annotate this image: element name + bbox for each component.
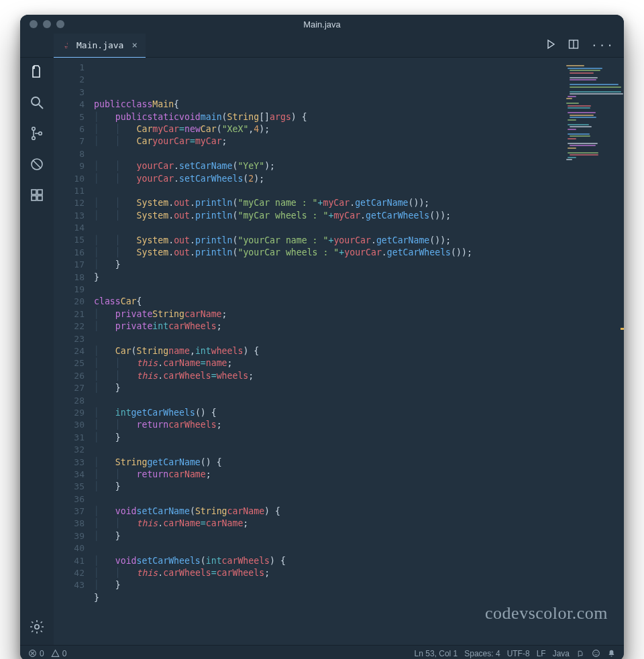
line-number: 24 (54, 345, 85, 357)
editor-actions: ··· (545, 39, 624, 52)
debug-icon[interactable] (28, 156, 46, 173)
svg-rect-10 (38, 196, 42, 200)
extensions-icon[interactable] (28, 186, 46, 204)
line-number: 2 (54, 74, 85, 86)
code-line[interactable]: public class Main { (94, 99, 624, 111)
line-number: 13 (54, 210, 85, 222)
more-actions-icon[interactable]: ··· (591, 39, 614, 52)
code-line[interactable]: │ } (94, 579, 624, 591)
search-icon[interactable] (28, 94, 46, 111)
main-area: 1234567891011121314151617181920212223242… (20, 58, 624, 645)
line-number: 26 (54, 370, 85, 382)
code-line[interactable]: │ │ return carName; (94, 469, 624, 481)
code-line[interactable]: │ │ this.carWheels = carWheels; (94, 567, 624, 579)
code-line[interactable]: │ } (94, 382, 624, 394)
code-line[interactable]: class Car { (94, 296, 624, 308)
status-eol[interactable]: LF (537, 649, 546, 658)
code-line[interactable]: } (94, 272, 624, 284)
line-number: 9 (54, 160, 85, 172)
line-number: 27 (54, 382, 85, 394)
svg-rect-11 (38, 190, 42, 194)
status-spaces[interactable]: Spaces: 4 (464, 649, 500, 658)
code-line[interactable]: │ │ System.out.println("yourCar wheels :… (94, 247, 624, 259)
status-warnings-count: 0 (62, 649, 67, 658)
code-line[interactable]: │ │ System.out.println("myCar wheels : "… (94, 210, 624, 222)
line-number: 30 (54, 419, 85, 431)
code-line[interactable] (94, 86, 624, 99)
status-feedback-icon[interactable] (576, 649, 585, 658)
svg-line-3 (39, 105, 43, 109)
code-line[interactable]: │ } (94, 481, 624, 493)
code-line[interactable]: } (94, 592, 624, 604)
code-line[interactable]: │ void setCarWheels(int carWheels) { (94, 555, 624, 567)
code-line[interactable]: │ } (94, 530, 624, 542)
code-line[interactable] (94, 542, 624, 554)
code-line[interactable] (94, 444, 624, 456)
line-number: 8 (54, 148, 85, 160)
code-line[interactable] (94, 493, 624, 505)
explorer-icon[interactable] (28, 63, 46, 80)
line-number: 43 (54, 579, 85, 591)
code-line[interactable]: │ String getCarName() { (94, 457, 624, 469)
split-editor-icon[interactable] (568, 39, 579, 52)
code-line[interactable]: │ private String carName; (94, 308, 624, 320)
status-cursor[interactable]: Ln 53, Col 1 (415, 649, 458, 658)
code-line[interactable]: │ │ yourCar.setCarName("YeY"); (94, 160, 624, 172)
status-language[interactable]: Java (553, 649, 570, 658)
settings-gear-icon[interactable] (28, 618, 46, 636)
line-number: 35 (54, 481, 85, 493)
line-number: 33 (54, 457, 85, 469)
line-number: 5 (54, 111, 85, 123)
line-number: 12 (54, 197, 85, 209)
line-number: 19 (54, 284, 85, 296)
status-problems[interactable]: 0 0 (28, 649, 66, 658)
line-number: 38 (54, 518, 85, 530)
code-line[interactable]: │ public static void main(String[] args)… (94, 111, 624, 123)
code-line[interactable]: │ │ this.carName = name; (94, 357, 624, 369)
status-encoding[interactable]: UTF-8 (507, 649, 530, 658)
code-area[interactable]: public class Main {│ public static void … (91, 58, 624, 645)
code-line[interactable]: │ │ Car myCar = new Car("XeX", 4); (94, 123, 624, 135)
line-number: 42 (54, 567, 85, 579)
code-line[interactable]: │ } (94, 432, 624, 444)
tab-label: Main.java (76, 40, 123, 50)
code-line[interactable] (94, 185, 624, 197)
titlebar[interactable]: Main.java (20, 15, 624, 34)
tab-main-java[interactable]: Main.java × (54, 34, 146, 58)
svg-rect-8 (32, 190, 36, 194)
line-number: 23 (54, 333, 85, 345)
source-control-icon[interactable] (28, 125, 46, 142)
status-smiley-icon[interactable] (592, 649, 600, 658)
code-line[interactable]: │ Car(String name, int wheels) { (94, 345, 624, 357)
svg-point-6 (39, 132, 42, 135)
code-line[interactable] (94, 284, 624, 296)
code-line[interactable] (94, 148, 624, 160)
code-line[interactable]: │ void setCarName(String carName) { (94, 505, 624, 518)
code-line[interactable]: │ │ System.out.println("yourCar name : "… (94, 235, 624, 247)
line-number: 41 (54, 555, 85, 567)
line-number: 1 (54, 62, 85, 74)
line-number: 20 (54, 296, 85, 308)
code-line[interactable]: │ } (94, 259, 624, 271)
editor[interactable]: 1234567891011121314151617181920212223242… (54, 58, 624, 645)
code-line[interactable] (94, 604, 624, 616)
code-line[interactable] (94, 333, 624, 345)
code-line[interactable]: │ │ Car yourCar = myCar; (94, 135, 624, 147)
code-line[interactable]: │ │ yourCar.setCarWheels(2); (94, 173, 624, 185)
run-icon[interactable] (545, 39, 556, 52)
line-number: 31 (54, 432, 85, 444)
code-line[interactable] (94, 395, 624, 407)
line-number: 6 (54, 123, 85, 135)
code-line[interactable]: │ │ System.out.println("myCar name : " +… (94, 197, 624, 209)
close-tab-icon[interactable]: × (131, 40, 137, 50)
line-number: 21 (54, 308, 85, 320)
code-line[interactable]: │ │ return carWheels; (94, 419, 624, 431)
code-line[interactable] (94, 222, 624, 234)
status-bell-icon[interactable] (607, 649, 616, 658)
line-number: 25 (54, 357, 85, 369)
line-number: 4 (54, 99, 85, 111)
code-line[interactable]: │ │ this.carName = carName; (94, 518, 624, 530)
code-line[interactable]: │ │ this.carWheels = wheels; (94, 370, 624, 382)
code-line[interactable]: │ private int carWheels; (94, 320, 624, 333)
code-line[interactable]: │ int getCarWheels() { (94, 407, 624, 419)
